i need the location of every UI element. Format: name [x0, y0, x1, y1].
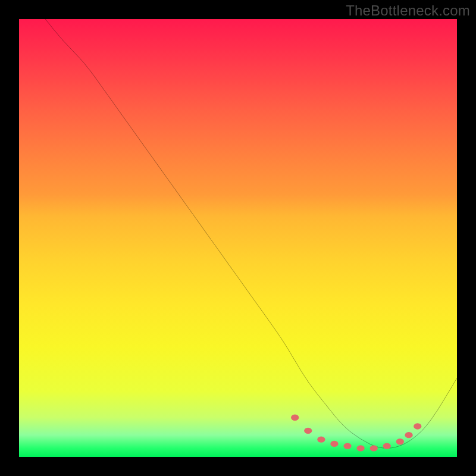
chart-frame: TheBottleneck.com: [0, 0, 476, 476]
bottleneck-curve: [45, 19, 457, 448]
watermark-text: TheBottleneck.com: [346, 2, 470, 19]
highlight-dot: [356, 445, 364, 451]
highlight-dot: [405, 432, 412, 438]
plot-area: [19, 19, 457, 457]
highlight-dot: [383, 443, 391, 449]
highlight-dot: [317, 436, 325, 442]
highlight-dot: [370, 445, 378, 451]
highlight-dot: [414, 423, 421, 429]
highlight-dot: [343, 443, 351, 449]
highlight-dot: [396, 439, 404, 444]
highlight-dot: [330, 441, 338, 447]
highlight-dot: [291, 415, 299, 421]
chart-svg: [19, 19, 457, 457]
highlight-dot: [304, 428, 312, 434]
highlight-markers: [291, 415, 421, 452]
